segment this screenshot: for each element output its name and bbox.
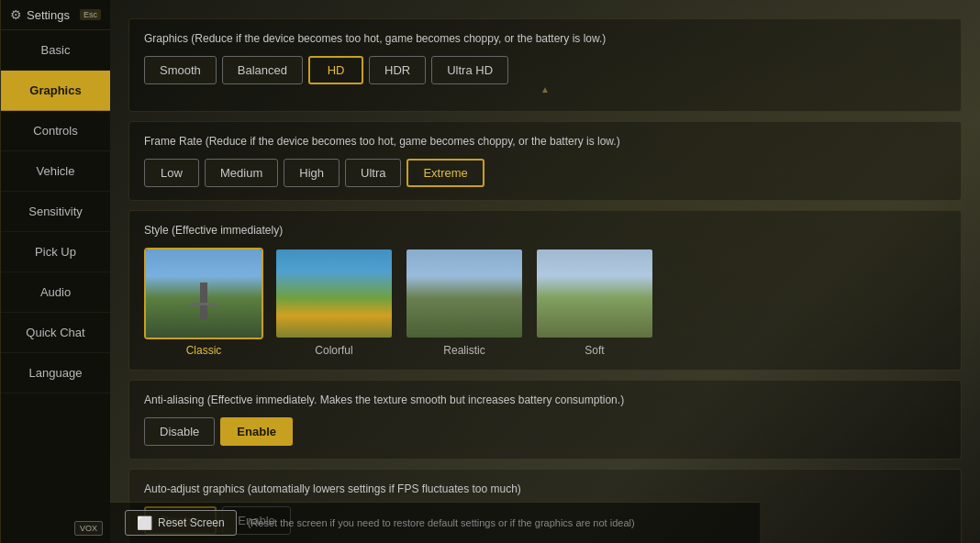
- style-realistic-item[interactable]: Realistic: [405, 248, 524, 357]
- sidebar: ⚙ Settings Esc Basic Graphics Controls V…: [0, 0, 110, 543]
- style-realistic-thumb: [405, 248, 524, 339]
- antialiasing-disable-btn[interactable]: Disable: [144, 417, 215, 446]
- main-content: Graphics (Reduce if the device becomes t…: [110, 0, 980, 543]
- framerate-section: Frame Rate (Reduce if the device becomes…: [128, 121, 962, 201]
- framerate-section-title: Frame Rate (Reduce if the device becomes…: [144, 135, 946, 148]
- framerate-medium-btn[interactable]: Medium: [205, 159, 278, 187]
- graphics-hd-btn[interactable]: HD: [308, 56, 363, 84]
- style-grid: Classic Colorful Realistic Soft: [144, 248, 946, 357]
- graphics-balanced-btn[interactable]: Balanced: [222, 56, 303, 84]
- framerate-low-btn[interactable]: Low: [144, 159, 199, 187]
- vox-badge: VOX: [74, 521, 103, 536]
- sidebar-item-language[interactable]: Language: [1, 353, 110, 393]
- style-soft-item[interactable]: Soft: [535, 248, 654, 357]
- antialiasing-enable-btn[interactable]: Enable: [220, 417, 293, 446]
- sidebar-item-quickchat[interactable]: Quick Chat: [1, 313, 110, 353]
- style-soft-image: [537, 249, 652, 338]
- style-realistic-label: Realistic: [443, 344, 484, 357]
- style-section-title: Style (Effective immediately): [144, 224, 946, 237]
- framerate-ultra-btn[interactable]: Ultra: [345, 159, 401, 187]
- antialiasing-section: Anti-aliasing (Effective immediately. Ma…: [128, 380, 962, 460]
- sidebar-nav: Basic Graphics Controls Vehicle Sensitiv…: [1, 30, 110, 543]
- sidebar-item-graphics[interactable]: Graphics: [1, 71, 110, 111]
- style-soft-thumb: [535, 248, 654, 339]
- settings-label: Settings: [27, 8, 70, 22]
- style-classic-image: [146, 249, 262, 338]
- gear-icon: ⚙: [10, 7, 22, 22]
- graphics-section-title: Graphics (Reduce if the device becomes t…: [144, 32, 946, 45]
- style-classic-label: Classic: [186, 344, 222, 357]
- style-colorful-image: [276, 249, 392, 338]
- framerate-extreme-btn[interactable]: Extreme: [406, 159, 484, 187]
- settings-title: ⚙ Settings: [10, 7, 70, 22]
- style-colorful-item[interactable]: Colorful: [274, 248, 394, 357]
- graphics-smooth-btn[interactable]: Smooth: [144, 56, 217, 84]
- slider-indicator: ▲: [144, 84, 946, 94]
- reset-screen-button[interactable]: ⬜ Reset Screen: [125, 510, 237, 536]
- autoadjust-section-title: Auto-adjust graphics (automatially lower…: [144, 482, 946, 495]
- framerate-button-group: Low Medium High Ultra Extreme: [144, 159, 946, 187]
- esc-badge[interactable]: Esc: [80, 9, 101, 20]
- sidebar-item-controls[interactable]: Controls: [1, 111, 110, 151]
- style-section: Style (Effective immediately) Classic Co…: [128, 210, 962, 371]
- style-colorful-label: Colorful: [315, 344, 352, 357]
- antialiasing-button-group: Disable Enable: [144, 417, 946, 446]
- sidebar-item-basic[interactable]: Basic: [1, 30, 110, 71]
- style-realistic-image: [406, 249, 522, 338]
- style-colorful-thumb: [274, 248, 394, 339]
- reset-note: (Reset the screen if you need to restore…: [248, 517, 635, 528]
- framerate-high-btn[interactable]: High: [284, 159, 340, 187]
- sidebar-header: ⚙ Settings Esc: [1, 0, 110, 30]
- reset-icon: ⬜: [137, 515, 152, 530]
- antialiasing-section-title: Anti-aliasing (Effective immediately. Ma…: [144, 393, 946, 406]
- graphics-section: Graphics (Reduce if the device becomes t…: [128, 18, 962, 112]
- sidebar-item-vehicle[interactable]: Vehicle: [1, 151, 110, 192]
- style-classic-thumb: [144, 248, 263, 339]
- sidebar-item-pickup[interactable]: Pick Up: [1, 232, 110, 272]
- graphics-hdr-btn[interactable]: HDR: [369, 56, 426, 84]
- reset-screen-label: Reset Screen: [158, 516, 225, 529]
- graphics-button-group: Smooth Balanced HD HDR Ultra HD: [144, 56, 946, 84]
- style-soft-label: Soft: [585, 344, 604, 357]
- sidebar-item-audio[interactable]: Audio: [1, 272, 110, 313]
- style-classic-item[interactable]: Classic: [144, 248, 263, 357]
- reset-bar: ⬜ Reset Screen (Reset the screen if you …: [110, 502, 760, 543]
- sidebar-item-sensitivity[interactable]: Sensitivity: [1, 192, 110, 232]
- graphics-ultrahd-btn[interactable]: Ultra HD: [431, 56, 508, 84]
